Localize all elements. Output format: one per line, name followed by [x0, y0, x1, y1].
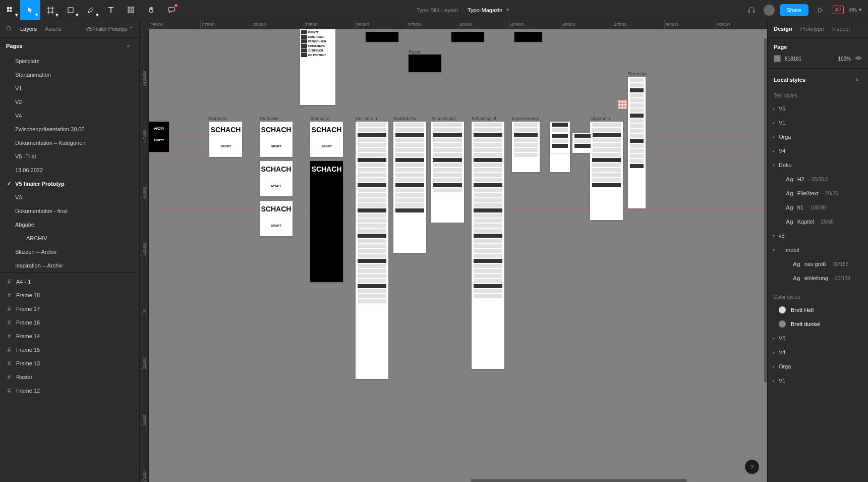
present-button[interactable]: [814, 3, 828, 17]
headphones-button[interactable]: [744, 3, 759, 17]
layer-item[interactable]: #Frame 13: [0, 356, 139, 370]
frame-label[interactable]: Allgemein: [590, 116, 610, 121]
ruler-horizontal[interactable]: 2500027500300003250035000375004000042500…: [149, 20, 767, 29]
canvas-frame[interactable]: [472, 122, 504, 369]
page-item[interactable]: Skizzen -- Archiv: [0, 245, 139, 258]
style-group[interactable]: V5: [768, 331, 868, 345]
text-style-item[interactable]: AgH2 · 35/33.5: [768, 172, 868, 186]
frame-label[interactable]: Startseite: [260, 116, 279, 121]
text-style-item[interactable]: Ageinleitung · 23/138: [768, 271, 868, 285]
page-item[interactable]: Zwischenpräsentation 30.05: [0, 122, 139, 136]
style-group[interactable]: V5: [768, 101, 868, 116]
canvas-frame[interactable]: [572, 133, 593, 153]
shape-tool[interactable]: ▾: [61, 0, 81, 20]
canvas-frame[interactable]: [356, 122, 388, 379]
design-tab[interactable]: Design: [774, 26, 792, 32]
page-item[interactable]: Dokumentation – Kategorien: [0, 136, 139, 149]
canvas-content[interactable]: StartseiteStartseiteStartseiteDer Verein…: [149, 29, 767, 482]
layer-item[interactable]: #Frame 16: [0, 315, 139, 329]
layer-item[interactable]: #Frame 18: [0, 288, 139, 302]
avatar[interactable]: [764, 5, 775, 16]
page-color-value[interactable]: 818181: [785, 56, 834, 62]
frame-label[interactable]: Schachspiel...: [472, 116, 500, 121]
search-icon[interactable]: [6, 26, 12, 32]
canvas-frame[interactable]: SCHACHSPORT: [310, 122, 343, 157]
hand-tool[interactable]: [141, 0, 161, 20]
page-item[interactable]: V1: [0, 81, 139, 95]
text-style-item[interactable]: Agh1 · 100/30: [768, 200, 868, 215]
add-page-button[interactable]: +: [123, 41, 133, 51]
style-group[interactable]: V4: [768, 144, 868, 158]
page-item[interactable]: Spielplatz: [0, 54, 139, 68]
canvas-frame[interactable]: SCHACHSPORT: [209, 122, 242, 157]
menu-button[interactable]: ▾: [0, 0, 20, 20]
color-swatch[interactable]: [618, 100, 627, 109]
frame-label[interactable]: Schachspiel...: [431, 116, 459, 121]
add-style-button[interactable]: +: [852, 75, 862, 85]
assets-tab[interactable]: Assets: [45, 26, 62, 32]
text-style-item[interactable]: AgFließtext · 20/25: [768, 186, 868, 200]
page-item[interactable]: Inspiration -- Archiv: [0, 258, 139, 272]
canvas-frame[interactable]: [409, 55, 441, 72]
page-item[interactable]: Startanimation: [0, 68, 139, 81]
canvas-frame[interactable]: PUNKTEKONGRESSEFERNSCHACHENTSTEHUNGZU BE…: [300, 29, 335, 105]
pen-tool[interactable]: ▾: [81, 0, 101, 20]
text-style-item[interactable]: Agnav groß · 30/153: [768, 257, 868, 271]
chevron-down-icon[interactable]: ▾: [506, 7, 509, 13]
page-item[interactable]: V5 finaler Prototyp: [0, 177, 139, 190]
prototype-tab[interactable]: Prototype: [800, 26, 824, 32]
page-item[interactable]: ------ARCHIV------: [0, 231, 139, 245]
comment-tool[interactable]: [161, 0, 182, 20]
breadcrumb-file[interactable]: Typo-Magazin: [468, 7, 502, 13]
canvas-frame[interactable]: [393, 122, 426, 253]
scrollbar-thumb[interactable]: [764, 38, 767, 383]
page-item[interactable]: V5 -Trial: [0, 149, 139, 163]
style-group-v5[interactable]: v5: [768, 229, 868, 243]
page-indicator[interactable]: V5 finaler Prototyp ⌃: [86, 26, 133, 32]
canvas-area[interactable]: 2500027500300003250035000375004000042500…: [140, 20, 767, 482]
canvas-frame[interactable]: [431, 122, 464, 223]
inspect-tab[interactable]: Inspect: [832, 26, 850, 32]
scrollbar-horizontal[interactable]: [149, 479, 767, 482]
frame-label[interactable]: Der Verein: [356, 116, 377, 121]
canvas-frame[interactable]: [512, 122, 540, 172]
help-button[interactable]: ?: [745, 460, 759, 474]
scrollbar-vertical[interactable]: [764, 29, 767, 482]
visibility-icon[interactable]: [855, 56, 862, 62]
layer-item[interactable]: #Frame 14: [0, 329, 139, 343]
canvas-frame[interactable]: SCHACHSPORT: [260, 201, 293, 236]
canvas-inner[interactable]: StartseiteStartseiteStartseiteDer Verein…: [149, 29, 767, 482]
color-style-item[interactable]: Brett Hell: [768, 303, 868, 317]
layer-item[interactable]: #Frame 17: [0, 302, 139, 315]
frame-label[interactable]: Startseite: [310, 116, 329, 121]
frame-label[interactable]: Startseite: [208, 116, 227, 121]
text-style-item[interactable]: AgKapitel · 25/30: [768, 215, 868, 229]
layers-tab[interactable]: Layers: [20, 26, 37, 32]
frame-label[interactable]: Raster: [409, 49, 422, 55]
page-item[interactable]: Dokumentation - final: [0, 204, 139, 218]
canvas-frame[interactable]: [550, 133, 570, 153]
style-group[interactable]: Orga: [768, 359, 868, 373]
page-item[interactable]: Abgabe: [0, 218, 139, 231]
resources-tool[interactable]: [121, 0, 141, 20]
canvas-frame[interactable]: ACHPORT?: [149, 122, 169, 152]
layer-item[interactable]: #Frame 15: [0, 343, 139, 356]
ruler-vertical[interactable]: -10000-7500-5000-25000250050007500: [140, 29, 149, 482]
frame-label[interactable]: Einblick Ge...: [393, 116, 420, 121]
page-item[interactable]: 13.06.2022: [0, 163, 139, 177]
move-tool[interactable]: ▾: [20, 0, 40, 20]
color-swatch[interactable]: [774, 55, 781, 62]
frame-tool[interactable]: ▾: [40, 0, 61, 20]
style-group[interactable]: Orga: [768, 130, 868, 144]
style-group[interactable]: V1: [768, 373, 868, 388]
style-group-doku[interactable]: Doku: [768, 158, 868, 172]
layer-item[interactable]: #Frame 12: [0, 384, 139, 397]
zoom-control[interactable]: 4% ▾: [849, 7, 862, 13]
frame-label[interactable]: ...: [603, 110, 607, 115]
canvas-frame[interactable]: [451, 32, 484, 42]
page-background-row[interactable]: 818181 100%: [774, 55, 862, 62]
layer-item[interactable]: #Raster: [0, 370, 139, 384]
missing-fonts-button[interactable]: A?: [833, 6, 844, 14]
page-item[interactable]: V4: [0, 109, 139, 122]
scrollbar-thumb[interactable]: [471, 479, 687, 482]
